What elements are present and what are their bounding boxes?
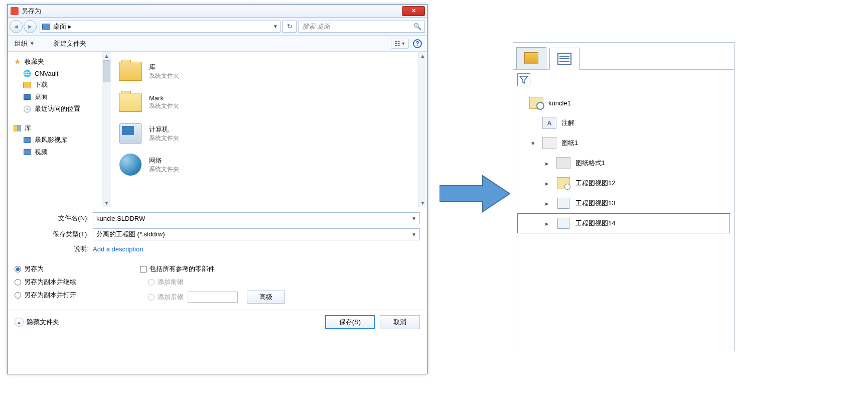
checkbox-icon: [140, 266, 147, 272]
node-label: kuncle1: [548, 99, 571, 107]
view-mode-menu[interactable]: ☷▼: [391, 39, 409, 49]
checkbox-include-refs[interactable]: 包括所有参考的零部件: [140, 262, 420, 275]
list-icon: [557, 53, 571, 65]
tree-annotations[interactable]: A 注解: [517, 113, 730, 133]
save-button[interactable]: 保存(S): [325, 315, 375, 329]
scroll-thumb[interactable]: [103, 60, 110, 82]
filename-label: 文件名(N):: [15, 214, 93, 223]
advanced-button[interactable]: 高级: [247, 291, 285, 304]
description-label: 说明:: [15, 244, 93, 253]
filetype-select[interactable]: 分离的工程图 (*.slddrw) ▼: [93, 228, 420, 240]
tree-view13[interactable]: ▸ 工程图视图13: [517, 193, 730, 213]
expand-icon[interactable]: ▸: [545, 180, 554, 187]
expand-icon[interactable]: ▸: [545, 220, 554, 227]
chevron-down-icon[interactable]: ▼: [411, 232, 416, 237]
node-label: 工程图视图13: [575, 199, 615, 208]
tree-root[interactable]: kuncle1: [517, 93, 730, 113]
forward-button[interactable]: ►: [24, 20, 37, 33]
search-icon: 🔍: [413, 23, 421, 30]
sidebar-downloads[interactable]: 下载: [13, 79, 106, 91]
file-browser: ★ 收藏夹 🌐 CNVault 下载 桌面 🕓 最近访问的位置: [8, 52, 427, 207]
scroll-up[interactable]: ▲: [418, 52, 427, 60]
radio-add-prefix: 添加前缀: [140, 275, 420, 289]
tree-sheet1[interactable]: ▾ 图纸1: [517, 133, 730, 153]
feature-tree-panel: kuncle1 A 注解 ▾ 图纸1 ▸ 图纸格式1 ▸ 工程图视图12 ▸ 工…: [513, 42, 735, 351]
folder-icon: [119, 62, 142, 81]
file-subtitle: 系统文件夹: [149, 165, 179, 174]
feature-manager-icon: [524, 52, 538, 64]
save-as-dialog: 另存为 ✕ ◄ ► 桌面 ▸ ▼ ↻ 搜索 桌面 🔍 组织 ▼ 新建文件夹 ☷▼…: [7, 4, 427, 374]
format-icon: [556, 157, 570, 169]
tree-view14[interactable]: ▸ 工程图视图14: [517, 213, 730, 233]
chevron-down-icon: ▼: [30, 41, 35, 46]
tab-feature-manager[interactable]: [516, 47, 546, 69]
sidebar-videolib[interactable]: 暴风影视库: [13, 134, 106, 146]
help-button[interactable]: ?: [413, 39, 422, 48]
filelist-scrollbar[interactable]: ▲ ▼: [418, 52, 427, 207]
new-folder-button[interactable]: 新建文件夹: [52, 38, 88, 49]
file-item-mark[interactable]: Mark 系统文件夹: [114, 87, 424, 118]
arrow-indicator: [440, 173, 510, 215]
organize-label: 组织: [15, 39, 28, 48]
file-item-computer[interactable]: 计算机 系统文件夹: [114, 118, 424, 149]
search-input[interactable]: 搜索 桌面 🔍: [299, 21, 425, 33]
chevron-down-icon[interactable]: ▼: [411, 216, 416, 221]
radio-save-as[interactable]: 另存为: [15, 262, 140, 275]
file-item-network[interactable]: 网络 系统文件夹: [114, 149, 424, 180]
sidebar: ★ 收藏夹 🌐 CNVault 下载 桌面 🕓 最近访问的位置: [8, 52, 111, 207]
address-bar[interactable]: 桌面 ▸ ▼: [40, 21, 280, 33]
radio-add-suffix: 添加后缀 高级: [140, 289, 420, 306]
description-link[interactable]: Add a description: [93, 245, 143, 253]
node-label: 图纸1: [561, 138, 578, 148]
film-icon: [24, 149, 31, 155]
filter-row: [513, 70, 734, 90]
favorites-label: 收藏夹: [25, 57, 44, 66]
network-icon: [119, 154, 141, 176]
organize-menu[interactable]: 组织 ▼: [13, 38, 37, 49]
monitor-icon: [24, 94, 31, 100]
library-label: 库: [25, 123, 31, 132]
chevron-down-icon[interactable]: ▼: [273, 24, 278, 29]
desktop-icon: [42, 24, 50, 30]
cancel-button[interactable]: 取消: [380, 315, 420, 329]
sidebar-recent[interactable]: 🕓 最近访问的位置: [13, 103, 106, 115]
node-label: 工程图视图12: [575, 179, 615, 188]
tab-property-manager[interactable]: [549, 48, 580, 70]
back-button[interactable]: ◄: [10, 20, 23, 33]
expand-icon[interactable]: ▸: [545, 160, 554, 167]
close-button[interactable]: ✕: [402, 6, 425, 16]
scroll-down[interactable]: ▼: [418, 199, 427, 207]
downloads-label: 下载: [35, 80, 48, 89]
radio-save-copy-open[interactable]: 另存为副本并打开: [15, 289, 140, 302]
recent-label: 最近访问的位置: [35, 104, 80, 113]
node-label: 注解: [561, 118, 574, 127]
desktop-label: 桌面: [35, 92, 48, 101]
sidebar-favorites[interactable]: ★ 收藏夹: [13, 56, 106, 68]
sidebar-scrollbar[interactable]: ▲ ▼: [102, 52, 111, 207]
collapse-icon[interactable]: ▾: [531, 139, 540, 147]
scroll-up[interactable]: ▲: [102, 52, 111, 60]
hide-folders-label[interactable]: 隐藏文件夹: [27, 318, 59, 327]
tree-sheet-format1[interactable]: ▸ 图纸格式1: [517, 153, 730, 173]
videolib-label: 暴风影视库: [35, 135, 67, 145]
drawing-icon: [529, 97, 543, 109]
sidebar-video[interactable]: 视频: [13, 146, 106, 158]
file-subtitle: 系统文件夹: [149, 134, 179, 143]
file-item-library[interactable]: 库 系统文件夹: [114, 56, 424, 87]
radio-save-copy-continue[interactable]: 另存为副本并继续: [15, 275, 140, 289]
scroll-down[interactable]: ▼: [102, 199, 111, 207]
refresh-button[interactable]: ↻: [282, 21, 297, 33]
tree-view12[interactable]: ▸ 工程图视图12: [517, 173, 730, 193]
filename-input[interactable]: kuncle.SLDDRW ▼: [93, 212, 420, 224]
checkbox-label: 包括所有参考的零部件: [150, 264, 215, 273]
file-subtitle: 系统文件夹: [149, 72, 179, 80]
filetype-value: 分离的工程图 (*.slddrw): [96, 230, 165, 239]
filter-button[interactable]: [517, 73, 530, 86]
file-list: 库 系统文件夹 Mark 系统文件夹 计算机 系统文件夹: [111, 52, 427, 207]
sidebar-desktop[interactable]: 桌面: [13, 91, 106, 103]
sidebar-cnvault[interactable]: 🌐 CNVault: [13, 68, 106, 79]
sidebar-library[interactable]: 库: [13, 122, 106, 134]
hide-folders-toggle[interactable]: ▲: [15, 318, 24, 327]
radio-icon: [148, 294, 155, 301]
expand-icon[interactable]: ▸: [545, 200, 554, 207]
